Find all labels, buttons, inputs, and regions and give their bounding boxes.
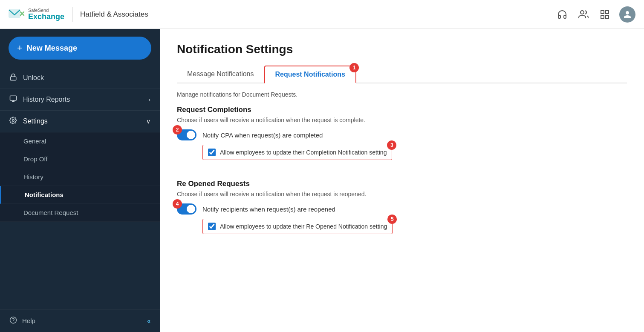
sidebar-help[interactable]: Help « bbox=[0, 309, 160, 332]
svg-rect-4 bbox=[601, 15, 604, 18]
sidebar: + New Message Unlock History Reports › S… bbox=[0, 29, 160, 332]
checkbox-row-reopened: Allow employees to update their Re Opene… bbox=[202, 219, 393, 234]
tab-request-notifications[interactable]: Request Notifications 1 bbox=[264, 66, 356, 83]
badge-2: 2 bbox=[173, 125, 182, 135]
svg-rect-2 bbox=[601, 11, 604, 14]
badge-5: 5 bbox=[387, 215, 397, 224]
toggle-badge-4-wrap: 4 bbox=[177, 203, 196, 215]
tab-badge-1: 1 bbox=[349, 63, 359, 72]
checkbox-reopened-label: Allow employees to update their Re Opene… bbox=[220, 223, 387, 230]
header: SafeSend Exchange Hatfield & Associates bbox=[0, 0, 644, 29]
logo-text: SafeSend Exchange bbox=[28, 8, 64, 21]
checkbox-wrap-completions: Allow employees to update their Completi… bbox=[177, 145, 392, 168]
section-sub-reopened: Choose if users will receive a notificat… bbox=[177, 191, 627, 197]
sidebar-item-settings[interactable]: Settings ∨ bbox=[0, 111, 160, 132]
svg-point-1 bbox=[580, 11, 584, 14]
sidebar-item-history-reports[interactable]: History Reports › bbox=[0, 89, 160, 111]
checkbox-wrap-reopened: Allow employees to update their Re Opene… bbox=[177, 219, 393, 242]
chevron-right-icon: › bbox=[148, 96, 150, 103]
section-sub-completions: Choose if users will receive a notificat… bbox=[177, 117, 627, 123]
svg-point-10 bbox=[12, 120, 14, 122]
svg-rect-6 bbox=[10, 77, 16, 80]
logo-safesend: SafeSend bbox=[28, 8, 64, 13]
sidebar-item-general[interactable]: General bbox=[0, 132, 160, 150]
svg-rect-5 bbox=[606, 15, 609, 18]
avatar[interactable] bbox=[619, 6, 635, 23]
sidebar-item-document-request[interactable]: Document Request bbox=[0, 204, 160, 222]
grid-icon[interactable] bbox=[598, 8, 612, 21]
toggle-cpa-label: Notify CPA when request(s) are completed bbox=[202, 132, 323, 139]
history-report-icon bbox=[9, 95, 17, 104]
header-icons bbox=[555, 6, 635, 23]
layout: + New Message Unlock History Reports › S… bbox=[0, 29, 644, 332]
sidebar-item-drop-off[interactable]: Drop Off bbox=[0, 150, 160, 168]
toggle-recipients-label: Notify recipients when request(s) are re… bbox=[202, 206, 335, 213]
section-reopened-requests: Re Opened Requests Choose if users will … bbox=[177, 180, 627, 242]
section-title-reopened: Re Opened Requests bbox=[177, 180, 627, 188]
chevron-down-icon: ∨ bbox=[146, 118, 150, 125]
sidebar-settings-submenu: General Drop Off History Notifications D… bbox=[0, 132, 160, 222]
logo-icon bbox=[9, 8, 25, 20]
svg-rect-7 bbox=[10, 96, 17, 100]
section-title-completions: Request Completions bbox=[177, 106, 627, 114]
toggle-row-reopened: 4 Notify recipients when request(s) are … bbox=[177, 203, 627, 215]
page-title: Notification Settings bbox=[177, 43, 627, 56]
checkbox-row-completions: Allow employees to update their Completi… bbox=[202, 145, 392, 160]
tab-message-notifications[interactable]: Message Notifications bbox=[177, 66, 264, 83]
section-request-completions: Request Completions Choose if users will… bbox=[177, 106, 627, 168]
help-icon bbox=[9, 316, 17, 325]
sidebar-history-reports-label: History Reports bbox=[23, 96, 70, 103]
header-divider bbox=[72, 7, 72, 22]
svg-rect-3 bbox=[606, 11, 609, 14]
badge-3: 3 bbox=[387, 140, 396, 150]
sidebar-item-unlock[interactable]: Unlock bbox=[0, 67, 160, 89]
lock-icon bbox=[9, 73, 17, 83]
badge-4: 4 bbox=[173, 199, 182, 209]
checkbox-completion-setting[interactable] bbox=[208, 149, 216, 156]
settings-icon bbox=[9, 117, 17, 126]
company-name: Hatfield & Associates bbox=[80, 10, 148, 19]
help-label: Help bbox=[22, 317, 35, 324]
checkbox-reopened-setting[interactable] bbox=[208, 223, 216, 230]
sidebar-unlock-label: Unlock bbox=[23, 74, 44, 82]
tabs: Message Notifications Request Notificati… bbox=[177, 66, 627, 83]
sidebar-item-notifications[interactable]: Notifications bbox=[0, 186, 160, 204]
logo-area: SafeSend Exchange bbox=[9, 8, 64, 21]
users-icon[interactable] bbox=[577, 8, 590, 21]
headphone-icon[interactable] bbox=[555, 8, 569, 21]
new-message-button[interactable]: + New Message bbox=[9, 37, 151, 60]
checkbox-completion-label: Allow employees to update their Completi… bbox=[220, 149, 387, 156]
new-message-label: New Message bbox=[27, 44, 77, 53]
main-content: Notification Settings Message Notificati… bbox=[160, 29, 644, 332]
toggle-badge-2-wrap: 2 bbox=[177, 129, 196, 140]
section-desc: Manage notifications for Document Reques… bbox=[177, 91, 627, 98]
logo-exchange: Exchange bbox=[28, 13, 64, 21]
sidebar-settings-label: Settings bbox=[23, 117, 48, 125]
toggle-row-completions: 2 Notify CPA when request(s) are complet… bbox=[177, 129, 627, 140]
sidebar-item-history[interactable]: History bbox=[0, 168, 160, 186]
collapse-icon[interactable]: « bbox=[147, 318, 150, 324]
plus-icon: + bbox=[17, 43, 23, 54]
